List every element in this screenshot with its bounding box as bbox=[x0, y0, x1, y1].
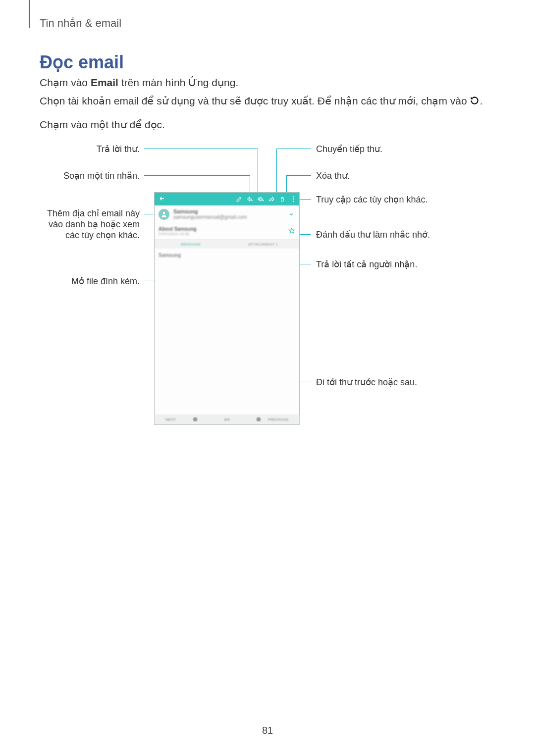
star-icon[interactable] bbox=[288, 227, 295, 236]
ann-open-attachment: Mở file đính kèm. bbox=[45, 276, 140, 287]
p2-pre: Chọn tài khoản email để sử dụng và thư s… bbox=[40, 95, 470, 106]
connector bbox=[258, 149, 258, 196]
email-body-preview: Samsung bbox=[155, 249, 299, 262]
nav-footer: ‹ NEXT 8/9 PREVIOUS › bbox=[155, 414, 299, 424]
chevron-down-icon[interactable] bbox=[288, 211, 294, 219]
chapter-marker bbox=[29, 0, 30, 28]
reply-icon[interactable] bbox=[246, 195, 254, 203]
p1-bold: Email bbox=[91, 77, 118, 88]
svg-point-2 bbox=[293, 201, 294, 202]
svg-point-0 bbox=[293, 196, 294, 197]
connector bbox=[276, 149, 311, 149]
email-toolbar bbox=[155, 193, 299, 205]
nav-count: 8/9 bbox=[207, 417, 248, 422]
connector bbox=[286, 175, 311, 176]
refresh-icon bbox=[470, 96, 480, 108]
ann-add-contact: Thêm địa chỉ email này vào danh bạ hoặc … bbox=[35, 208, 140, 241]
connector bbox=[276, 149, 277, 196]
connector bbox=[144, 175, 250, 176]
more-icon[interactable] bbox=[289, 195, 297, 203]
forward-icon[interactable] bbox=[268, 195, 275, 203]
avatar-icon[interactable] bbox=[159, 209, 169, 220]
nav-prev[interactable]: PREVIOUS bbox=[247, 417, 299, 422]
tab-message[interactable]: MESSAGE bbox=[155, 242, 227, 247]
phone-screenshot: Samsung samsungusermanual@gmail.com Abou… bbox=[154, 192, 300, 425]
p2-post: . bbox=[480, 95, 482, 106]
svg-point-1 bbox=[293, 199, 294, 200]
sender-email: samsungusermanual@gmail.com bbox=[173, 214, 247, 220]
ann-reply-all: Trả lời tất cả người nhận. bbox=[316, 259, 417, 270]
subject-text: About Samsung bbox=[159, 226, 295, 232]
nav-next[interactable]: NEXT bbox=[155, 417, 207, 422]
sender-info: Samsung samsungusermanual@gmail.com bbox=[173, 208, 247, 220]
ann-more-options: Truy cập các tùy chọn khác. bbox=[316, 194, 428, 205]
chapter-header: Tin nhắn & email bbox=[40, 17, 121, 30]
page-heading: Đọc email bbox=[40, 52, 124, 73]
ann-reminder: Đánh dấu thư làm nhắc nhở. bbox=[316, 229, 430, 240]
back-icon[interactable] bbox=[159, 196, 165, 202]
paragraph-1: Chạm vào Email trên màn hình Ứng dụng. bbox=[40, 77, 238, 89]
toolbar-actions bbox=[235, 195, 297, 203]
delete-icon[interactable] bbox=[278, 195, 286, 203]
ann-delete: Xóa thư. bbox=[316, 170, 350, 181]
subject-row: About Samsung 07/07/2014 10:30 bbox=[155, 223, 299, 240]
chapter-title: Tin nhắn & email bbox=[40, 17, 121, 29]
subject-date: 07/07/2014 10:30 bbox=[159, 232, 295, 236]
paragraph-3: Chạm vào một thư để đọc. bbox=[40, 119, 165, 131]
compose-icon[interactable] bbox=[235, 195, 243, 203]
sender-name: Samsung bbox=[173, 208, 247, 214]
ann-navigate: Đi tới thư trước hoặc sau. bbox=[316, 377, 417, 388]
reply-all-icon[interactable] bbox=[257, 195, 265, 203]
tab-attachment[interactable]: ATTACHMENT 1 bbox=[227, 242, 299, 247]
tabs-row: MESSAGE ATTACHMENT 1 bbox=[155, 240, 299, 249]
nav-prev-dot-icon[interactable]: › bbox=[257, 417, 261, 421]
paragraph-2: Chọn tài khoản email để sử dụng và thư s… bbox=[40, 95, 482, 108]
connector bbox=[144, 149, 258, 149]
sender-row[interactable]: Samsung samsungusermanual@gmail.com bbox=[155, 205, 299, 223]
svg-point-3 bbox=[163, 212, 165, 214]
p1-pre: Chạm vào bbox=[40, 77, 91, 88]
nav-next-dot-icon[interactable]: ‹ bbox=[193, 417, 197, 421]
p1-post: trên màn hình Ứng dụng. bbox=[118, 77, 238, 88]
ann-reply: Trả lời thư. bbox=[45, 144, 140, 154]
ann-compose: Soạn một tin nhắn. bbox=[45, 170, 140, 181]
page-number: 81 bbox=[0, 725, 535, 736]
ann-forward: Chuyển tiếp thư. bbox=[316, 144, 382, 154]
